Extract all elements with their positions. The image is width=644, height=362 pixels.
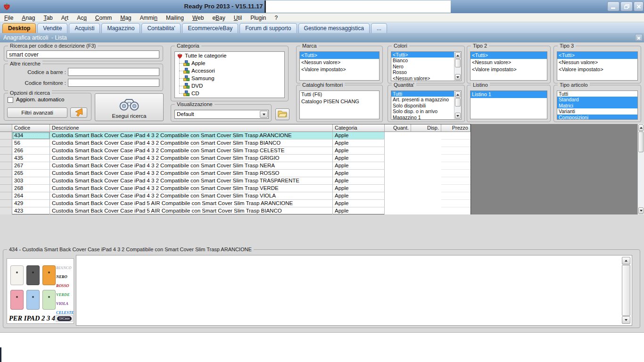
- cell-prezzo[interactable]: [441, 147, 471, 155]
- cell-disp[interactable]: [411, 192, 441, 200]
- list-option-tutti[interactable]: <Tutti>: [391, 52, 454, 58]
- cell-categoria[interactable]: Apple: [333, 170, 385, 177]
- scrollbar-thumb[interactable]: [455, 59, 461, 67]
- cell-categoria[interactable]: Apple: [333, 185, 385, 192]
- cell-descrizione[interactable]: Custodia Smart Back Cover Case iPad 4 3 …: [50, 192, 333, 200]
- cell-quant[interactable]: [385, 207, 411, 215]
- cell-descrizione[interactable]: Custodia Smart Back Cover Case iPad 4 3 …: [50, 140, 333, 147]
- list-option-magazzino-1[interactable]: Magazzino 1: [391, 115, 454, 120]
- cell-disp[interactable]: [411, 147, 441, 155]
- cell-disp[interactable]: [411, 155, 441, 162]
- menu-item-mag[interactable]: Mag: [116, 14, 135, 22]
- search-input[interactable]: [7, 50, 159, 58]
- cell-categoria[interactable]: Apple: [333, 132, 385, 140]
- list-option-composizioni[interactable]: Composizioni: [557, 115, 637, 120]
- cell-descrizione[interactable]: Custodia Smart Back Cover Case iPad 4 3 …: [50, 147, 333, 155]
- cell-quant[interactable]: [385, 132, 411, 140]
- menu-item-ebay[interactable]: eBay: [208, 14, 229, 22]
- tab-vendite[interactable]: Vendite: [37, 23, 67, 33]
- cell-prezzo[interactable]: [441, 132, 471, 140]
- menu-item-mailing[interactable]: Mailing: [162, 14, 188, 22]
- list-option-nessun-valore[interactable]: <Nessun valore>: [557, 59, 637, 66]
- category-root[interactable]: Tutte le categorie: [175, 52, 284, 59]
- table-scrollbar[interactable]: [637, 124, 644, 214]
- tab-contabilita[interactable]: Contabilita': [141, 23, 181, 33]
- category-item-accessori[interactable]: Accessori: [175, 67, 284, 74]
- cell-codice[interactable]: 267: [12, 162, 50, 170]
- list-option-valore-impostato[interactable]: <Valore impostato>: [557, 66, 637, 73]
- cell-disp[interactable]: [411, 200, 441, 207]
- listbox-scrollbar[interactable]: [454, 91, 461, 119]
- cell-codice[interactable]: 423: [12, 207, 50, 215]
- cell-codice[interactable]: 266: [12, 147, 50, 155]
- list-option-nessun-valore[interactable]: <Nessun valore>: [391, 75, 454, 81]
- titlebar-overlay-field[interactable]: [264, 0, 451, 13]
- menu-item-plugin[interactable]: Plugin: [246, 14, 270, 22]
- scroll-up-icon[interactable]: [455, 52, 461, 58]
- restore-button[interactable]: [620, 1, 633, 11]
- cell-categoria[interactable]: Apple: [333, 162, 385, 170]
- list-option-tutti[interactable]: <Tutti>: [471, 52, 547, 59]
- cell-categoria[interactable]: Apple: [333, 140, 385, 147]
- cell-descrizione[interactable]: Custodia Smart Back Cover Case iPad 4 3 …: [50, 170, 333, 177]
- open-view-button[interactable]: [275, 108, 289, 120]
- menu-item-tab[interactable]: Tab: [39, 14, 57, 22]
- list-option-varianti[interactable]: Varianti: [557, 108, 637, 114]
- column-header-categoria[interactable]: Categoria: [333, 124, 385, 132]
- cell-codice[interactable]: 303: [12, 177, 50, 185]
- cell-categoria[interactable]: Apple: [333, 155, 385, 162]
- cell-prezzo[interactable]: [441, 155, 471, 162]
- cell-descrizione[interactable]: Custodia Smart Back Cover Case iPad 5 AI…: [50, 200, 333, 207]
- column-header-quant[interactable]: Quant.: [385, 124, 411, 132]
- cell-prezzo[interactable]: [441, 177, 471, 185]
- list-option-solo-disp-o-in-arrivo[interactable]: Solo disp. o in arrivo: [391, 108, 454, 114]
- barcode-input[interactable]: [68, 68, 159, 76]
- chevron-down-icon[interactable]: [260, 111, 268, 118]
- cell-disp[interactable]: [411, 132, 441, 140]
- row-selector-cell[interactable]: [0, 132, 12, 140]
- cell-codice[interactable]: 434: [12, 132, 50, 140]
- cell-quant[interactable]: [385, 170, 411, 177]
- cell-categoria[interactable]: Apple: [333, 192, 385, 200]
- cell-codice[interactable]: 268: [12, 185, 50, 192]
- cell-prezzo[interactable]: [441, 192, 471, 200]
- menu-item-file[interactable]: File: [0, 14, 17, 22]
- scrollbar-thumb[interactable]: [622, 265, 630, 316]
- cell-codice[interactable]: 429: [12, 200, 50, 207]
- row-selector-cell[interactable]: [0, 185, 12, 192]
- row-selector-cell[interactable]: [0, 200, 12, 207]
- cell-quant[interactable]: [385, 155, 411, 162]
- scroll-up-icon[interactable]: [622, 257, 630, 264]
- menu-item-anag[interactable]: Anag: [17, 14, 39, 22]
- list-option-valore-impostato[interactable]: <Valore impostato>: [300, 66, 379, 73]
- tab-ecommerce-ebay[interactable]: Ecommerce/eBay: [182, 23, 238, 33]
- category-item-samsung[interactable]: Samsung: [175, 74, 284, 82]
- cell-prezzo[interactable]: [441, 140, 471, 147]
- row-selector-cell[interactable]: [0, 207, 12, 215]
- menu-item-web[interactable]: Web: [188, 14, 208, 22]
- cell-descrizione[interactable]: Custodia Smart Back Cover Case iPad 4 3 …: [50, 162, 333, 170]
- cell-disp[interactable]: [411, 170, 441, 177]
- scroll-up-icon[interactable]: [638, 124, 644, 131]
- cell-quant[interactable]: [385, 147, 411, 155]
- detail-scrollbar[interactable]: [622, 257, 630, 324]
- scroll-down-icon[interactable]: [622, 316, 630, 324]
- list-option-valore-impostato[interactable]: <Valore impostato>: [471, 66, 547, 73]
- cell-codice[interactable]: 264: [12, 192, 50, 200]
- menu-item-comm[interactable]: Comm: [91, 14, 116, 22]
- cell-disp[interactable]: [411, 140, 441, 147]
- category-item-dvd[interactable]: DVD: [175, 82, 284, 90]
- list-option-bianco[interactable]: Bianco: [391, 58, 454, 63]
- column-header-descrizione[interactable]: Descrizione: [50, 124, 333, 132]
- scroll-down-icon[interactable]: [455, 74, 461, 80]
- list-option-tutti[interactable]: Tutti: [557, 91, 637, 97]
- cell-disp[interactable]: [411, 162, 441, 170]
- auto-update-checkbox[interactable]: [8, 97, 13, 103]
- tab-gestione-messaggistica[interactable]: Gestione messaggistica: [298, 23, 370, 33]
- execute-search-button[interactable]: Esegui ricerca: [95, 93, 164, 121]
- tab-magazzino[interactable]: Magazzino: [101, 23, 140, 33]
- cell-disp[interactable]: [411, 177, 441, 185]
- list-option-nessun-valore[interactable]: <Nessun valore>: [471, 59, 547, 66]
- list-option-solo-disponibili[interactable]: Solo disponibili: [391, 103, 454, 108]
- list-option-rosso[interactable]: Rosso: [391, 69, 454, 75]
